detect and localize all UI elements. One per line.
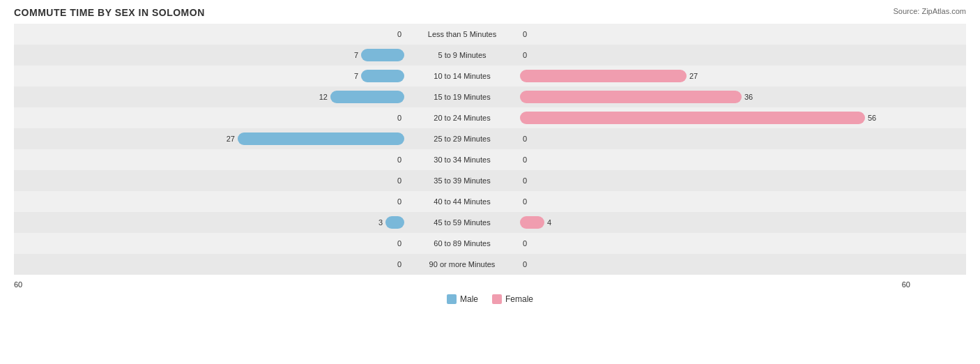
female-value: 36: [744, 93, 762, 101]
bar-right-section: 0: [520, 254, 910, 275]
male-color-box: [447, 294, 457, 304]
bar-right-section: 56: [520, 107, 910, 128]
bar-left-section: 0: [14, 24, 404, 45]
bar-right-section: 4: [520, 212, 910, 233]
bar-left-section: 7: [14, 66, 404, 86]
male-value: 0: [384, 239, 401, 248]
female-value: 56: [868, 114, 885, 122]
row-label: 15 to 19 Minutes: [404, 93, 520, 101]
table-row: 030 to 34 Minutes0: [14, 149, 966, 170]
bar-right-section: 0: [520, 191, 910, 212]
bar-right-section: 27: [520, 66, 910, 86]
row-label: 5 to 9 Minutes: [404, 51, 520, 59]
male-bar: [361, 70, 404, 82]
table-row: 060 to 89 Minutes0: [14, 233, 966, 254]
male-label: Male: [460, 294, 478, 304]
male-value: 12: [310, 93, 328, 101]
female-value: 0: [523, 156, 540, 164]
female-value: 0: [523, 197, 540, 206]
source-text: Source: ZipAtlas.com: [893, 7, 966, 15]
table-row: 040 to 44 Minutes0: [14, 191, 966, 212]
female-value: 0: [523, 239, 540, 248]
female-value: 27: [689, 72, 707, 80]
axis-left-label: 60: [14, 280, 22, 289]
female-value: 0: [523, 30, 540, 38]
bar-left-section: 27: [14, 128, 404, 149]
male-bar: [385, 216, 404, 229]
table-row: 0Less than 5 Minutes0: [14, 24, 966, 45]
legend-female: Female: [492, 294, 533, 304]
table-row: 035 to 39 Minutes0: [14, 170, 966, 191]
bar-left-section: 0: [14, 149, 404, 170]
row-label: Less than 5 Minutes: [404, 30, 520, 38]
male-value: 3: [365, 218, 383, 227]
bar-left-section: 3: [14, 212, 404, 233]
row-label: 20 to 24 Minutes: [404, 114, 520, 122]
male-bar: [330, 91, 404, 103]
table-row: 1215 to 19 Minutes36: [14, 86, 966, 107]
bar-left-section: 0: [14, 233, 404, 254]
bar-right-section: 0: [520, 45, 910, 66]
legend-male: Male: [447, 294, 478, 304]
male-value: 7: [341, 51, 358, 59]
male-value: 0: [384, 176, 401, 185]
row-label: 10 to 14 Minutes: [404, 72, 520, 80]
female-color-box: [492, 294, 502, 304]
female-bar: [520, 112, 865, 124]
female-bar: [520, 91, 742, 103]
bar-right-section: 0: [520, 24, 910, 45]
male-value: 0: [384, 30, 401, 38]
female-value: 0: [523, 176, 540, 185]
male-value: 0: [384, 260, 401, 268]
male-value: 7: [341, 72, 358, 80]
bar-right-section: 36: [520, 86, 910, 107]
chart-title: COMMUTE TIME BY SEX IN SOLOMON: [14, 7, 966, 18]
table-row: 2725 to 29 Minutes0: [14, 128, 966, 149]
bar-left-section: 0: [14, 254, 404, 275]
male-value: 0: [384, 114, 401, 122]
female-value: 0: [523, 135, 540, 143]
bar-left-section: 0: [14, 170, 404, 191]
row-label: 40 to 44 Minutes: [404, 197, 520, 206]
table-row: 345 to 59 Minutes4: [14, 212, 966, 233]
row-label: 35 to 39 Minutes: [404, 176, 520, 185]
bar-left-section: 7: [14, 45, 404, 66]
bar-left-section: 0: [14, 107, 404, 128]
bar-right-section: 0: [520, 170, 910, 191]
male-value: 0: [384, 156, 401, 164]
row-label: 60 to 89 Minutes: [404, 239, 520, 248]
male-bar: [361, 49, 404, 61]
female-value: 0: [523, 51, 540, 59]
row-label: 45 to 59 Minutes: [404, 218, 520, 227]
bar-right-section: 0: [520, 128, 910, 149]
row-label: 30 to 34 Minutes: [404, 156, 520, 164]
table-row: 020 to 24 Minutes56: [14, 107, 966, 128]
female-label: Female: [505, 294, 533, 304]
chart-inner: 0Less than 5 Minutes075 to 9 Minutes0710…: [14, 24, 966, 304]
female-bar: [520, 70, 687, 82]
rows-container: 0Less than 5 Minutes075 to 9 Minutes0710…: [14, 24, 966, 275]
bar-right-section: 0: [520, 233, 910, 254]
legend: Male Female: [14, 294, 966, 304]
row-label: 25 to 29 Minutes: [404, 135, 520, 143]
table-row: 090 or more Minutes0: [14, 254, 966, 275]
bar-left-section: 12: [14, 86, 404, 107]
male-bar: [238, 132, 404, 145]
row-label: 90 or more Minutes: [404, 260, 520, 268]
male-value: 0: [384, 197, 401, 206]
table-row: 710 to 14 Minutes27: [14, 66, 966, 86]
female-value: 4: [547, 218, 565, 227]
male-value: 27: [217, 135, 235, 143]
bar-right-section: 0: [520, 149, 910, 170]
table-row: 75 to 9 Minutes0: [14, 45, 966, 66]
female-bar: [520, 216, 544, 229]
axis-right-label: 60: [902, 280, 910, 289]
bar-left-section: 0: [14, 191, 404, 212]
chart-container: COMMUTE TIME BY SEX IN SOLOMON Source: Z…: [0, 0, 980, 364]
female-value: 0: [523, 260, 540, 268]
